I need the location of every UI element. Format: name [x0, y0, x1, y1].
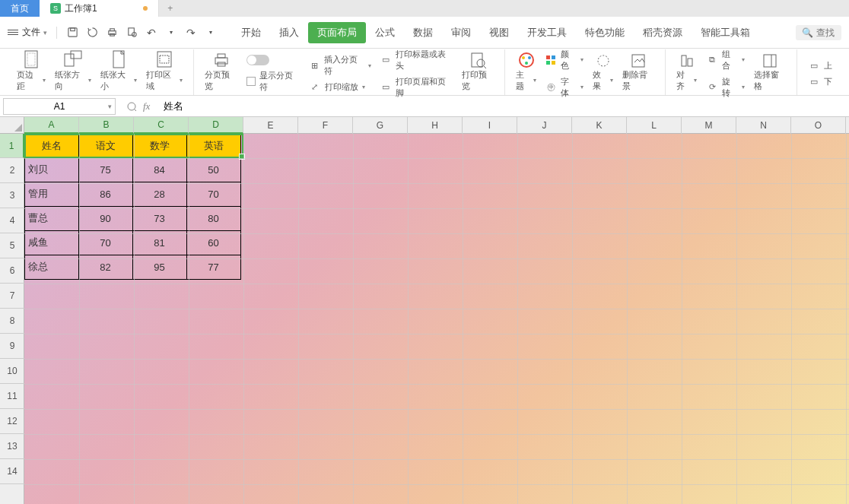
menu-tab-3[interactable]: 公式 — [366, 22, 404, 43]
row-header[interactable]: 14 — [0, 459, 24, 484]
search-input[interactable] — [816, 27, 839, 38]
effect-button[interactable]: 效果▾ — [588, 52, 618, 95]
chevron-down-icon[interactable]: ▾ — [108, 103, 112, 110]
show-page-break-toggle[interactable] — [246, 55, 300, 65]
menu-tab-7[interactable]: 开发工具 — [518, 22, 576, 43]
print-title-button[interactable]: ▭ 打印标题或表头 — [380, 49, 453, 71]
insert-page-break-button[interactable]: ⊞ 插入分页符▾ — [309, 54, 371, 77]
delete-background-button[interactable]: 删除背景 — [618, 52, 659, 95]
row-header[interactable]: 5 — [0, 233, 24, 258]
row-header[interactable]: 13 — [0, 434, 24, 459]
menu-tab-9[interactable]: 稻壳资源 — [634, 22, 692, 43]
column-header[interactable]: E — [243, 117, 298, 134]
print-preview-button[interactable]: 打印预览 — [457, 52, 499, 95]
table-cell[interactable]: 管用 — [24, 182, 79, 207]
fx-icon[interactable]: fx — [143, 100, 150, 113]
row-header[interactable]: 3 — [0, 183, 24, 208]
home-tab[interactable]: 首页 — [0, 0, 40, 17]
bring-forward-button[interactable]: ▭ 上 — [808, 60, 832, 71]
menu-tab-6[interactable]: 视图 — [480, 22, 518, 43]
column-header[interactable]: I — [463, 117, 517, 134]
print-preview-icon[interactable] — [126, 27, 138, 39]
group-button[interactable]: ⧉ 组合▾ — [706, 49, 744, 71]
table-cell[interactable]: 90 — [78, 206, 133, 231]
print-icon[interactable] — [106, 27, 118, 39]
table-cell[interactable]: 70 — [186, 182, 241, 207]
row-header[interactable]: 11 — [0, 384, 24, 409]
workbook-tab[interactable]: S 工作簿1 — [40, 0, 159, 17]
column-header[interactable]: O — [791, 117, 846, 134]
autosave-icon[interactable] — [86, 27, 98, 39]
row-header[interactable]: 7 — [0, 284, 24, 309]
name-box-input[interactable] — [8, 101, 110, 112]
orientation-button[interactable]: 纸张方向▾ — [50, 52, 96, 95]
table-header-cell[interactable]: 语文 — [78, 134, 133, 158]
name-box[interactable]: ▾ — [3, 98, 116, 115]
column-header[interactable]: M — [682, 117, 736, 134]
column-header[interactable]: F — [298, 117, 353, 134]
cancel-icon[interactable] — [126, 101, 137, 112]
print-header-footer-button[interactable]: ▭ 打印页眉和页脚 — [380, 76, 453, 99]
table-cell[interactable]: 80 — [186, 206, 241, 231]
column-header[interactable]: K — [572, 117, 627, 134]
font-button[interactable]: ㊥ 字体▾ — [545, 76, 583, 99]
undo-dropdown-icon[interactable]: ▾ — [165, 27, 177, 39]
table-cell[interactable]: 28 — [132, 182, 187, 207]
table-header-cell[interactable]: 英语 — [186, 134, 241, 158]
column-header[interactable]: D — [189, 117, 243, 134]
add-tab-button[interactable]: + — [159, 0, 182, 17]
row-header[interactable]: 9 — [0, 334, 24, 359]
menu-tab-10[interactable]: 智能工具箱 — [692, 22, 759, 43]
table-cell[interactable]: 50 — [186, 157, 241, 182]
menu-tab-8[interactable]: 特色功能 — [576, 22, 634, 43]
search-box[interactable]: 🔍 — [796, 25, 841, 40]
table-cell[interactable]: 84 — [132, 157, 187, 182]
row-header[interactable]: 10 — [0, 359, 24, 384]
column-header[interactable]: L — [627, 117, 682, 134]
theme-button[interactable]: 主题▾ — [511, 52, 541, 95]
formula-input[interactable] — [157, 100, 849, 112]
color-button[interactable]: 颜色▾ — [545, 49, 583, 71]
rotate-button[interactable]: ⟳ 旋转▾ — [706, 76, 744, 99]
row-header[interactable]: 4 — [0, 208, 24, 233]
menu-tab-1[interactable]: 插入 — [270, 22, 308, 43]
column-header[interactable]: A — [24, 117, 79, 134]
row-header[interactable]: 2 — [0, 158, 24, 183]
table-cell[interactable]: 75 — [78, 157, 133, 182]
cells-area[interactable]: 姓名语文数学英语刘贝758450管用862870曹总907380咸鱼708160… — [24, 134, 849, 504]
undo-icon[interactable]: ↶ — [145, 27, 157, 39]
page-break-preview-button[interactable]: 分页预览 — [200, 52, 242, 95]
row-header[interactable]: 8 — [0, 309, 24, 334]
row-header[interactable]: 1 — [0, 134, 24, 158]
print-area-button[interactable]: 打印区域▾ — [142, 52, 187, 95]
menu-tab-4[interactable]: 数据 — [404, 22, 442, 43]
row-header[interactable]: 12 — [0, 409, 24, 434]
align-button[interactable]: 对齐▾ — [672, 52, 701, 95]
column-header[interactable]: B — [79, 117, 134, 134]
column-header[interactable]: C — [134, 117, 189, 134]
show-page-break-checkbox[interactable]: 显示分页符 — [246, 70, 300, 93]
menu-tab-0[interactable]: 开始 — [232, 22, 270, 43]
table-cell[interactable]: 73 — [132, 206, 187, 231]
column-header[interactable]: N — [736, 117, 791, 134]
table-cell[interactable]: 刘贝 — [24, 157, 79, 182]
page-margin-button[interactable]: 页边距▾ — [12, 52, 50, 95]
table-cell[interactable]: 曹总 — [24, 206, 79, 231]
save-icon[interactable] — [66, 27, 78, 39]
row-header[interactable]: 6 — [0, 258, 24, 284]
menu-tab-5[interactable]: 审阅 — [442, 22, 480, 43]
table-header-cell[interactable]: 姓名 — [24, 134, 79, 158]
print-scale-button[interactable]: ⤢ 打印缩放▾ — [309, 81, 371, 93]
redo-icon[interactable]: ↷ — [185, 27, 197, 39]
select-all-corner[interactable] — [0, 117, 24, 134]
menu-tab-2[interactable]: 页面布局 — [308, 22, 366, 43]
column-header[interactable]: G — [353, 117, 408, 134]
file-menu[interactable]: 文件 ▾ — [8, 26, 47, 39]
column-header[interactable]: H — [408, 117, 463, 134]
paper-size-button[interactable]: 纸张大小▾ — [96, 52, 142, 95]
redo-dropdown-icon[interactable]: ▾ — [205, 27, 217, 39]
table-cell[interactable]: 86 — [78, 182, 133, 207]
selection-pane-button[interactable]: 选择窗格 — [749, 52, 790, 95]
column-header[interactable]: J — [517, 117, 572, 134]
table-header-cell[interactable]: 数学 — [132, 134, 187, 158]
